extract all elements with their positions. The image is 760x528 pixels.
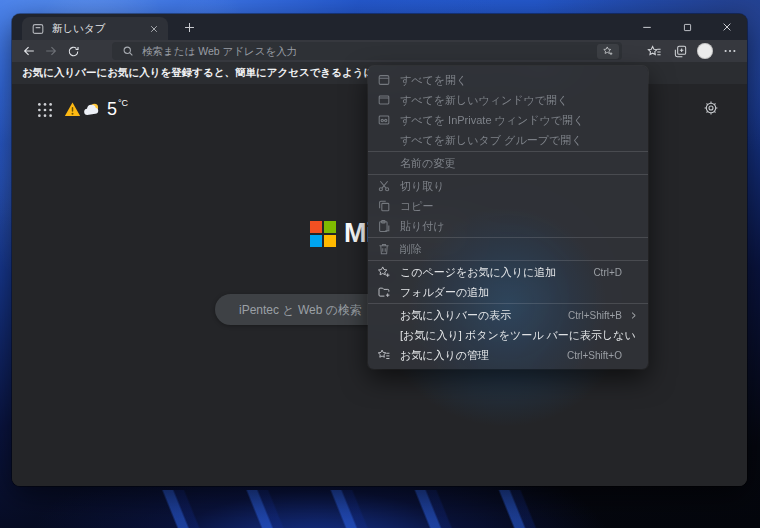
menu-separator bbox=[368, 303, 648, 304]
weather-widget[interactable]: 5°C bbox=[64, 98, 128, 120]
menu-item-rename: 名前の変更 bbox=[368, 153, 648, 173]
menu-item-label: 削除 bbox=[400, 242, 422, 257]
menu-item-label: コピー bbox=[400, 199, 434, 214]
tab-strip: 新しいタブ bbox=[12, 14, 747, 40]
profile-avatar[interactable] bbox=[697, 43, 713, 59]
submenu-chevron-icon bbox=[622, 311, 638, 320]
menu-item-show-favorites-bar[interactable]: お気に入りバーの表示Ctrl+Shift+B bbox=[368, 305, 648, 325]
menu-item-label: [お気に入り] ボタンをツール バーに表示しない bbox=[400, 328, 636, 343]
add-favorite-star-icon[interactable] bbox=[597, 44, 619, 59]
tab-icon bbox=[368, 73, 400, 87]
menu-item-label: 切り取り bbox=[400, 179, 445, 194]
favorites-context-menu: すべてを開くすべてを新しいウィンドウで開くすべてを InPrivate ウィンド… bbox=[368, 66, 648, 369]
paste-icon bbox=[368, 219, 400, 233]
menu-separator bbox=[368, 260, 648, 261]
menu-item-open-all-inprivate: すべてを InPrivate ウィンドウで開く bbox=[368, 110, 648, 130]
favorites-hub-icon[interactable] bbox=[645, 42, 663, 60]
search-icon bbox=[122, 45, 134, 57]
window-icon bbox=[368, 93, 400, 107]
tab-close-icon[interactable] bbox=[146, 21, 162, 37]
back-button[interactable] bbox=[18, 42, 40, 60]
refresh-button[interactable] bbox=[62, 42, 84, 60]
menu-item-label: すべてを新しいタブ グループで開く bbox=[400, 133, 582, 148]
address-bar[interactable] bbox=[112, 42, 622, 60]
collections-icon[interactable] bbox=[671, 42, 689, 60]
menu-item-shortcut: Ctrl+Shift+B bbox=[568, 310, 622, 321]
menu-item-copy: コピー bbox=[368, 196, 648, 216]
tab-title: 新しいタブ bbox=[52, 22, 146, 36]
ms-logo-yellow bbox=[324, 235, 336, 247]
menu-item-label: すべてを InPrivate ウィンドウで開く bbox=[400, 113, 584, 128]
maximize-button[interactable] bbox=[667, 14, 707, 40]
settings-more-icon[interactable] bbox=[721, 42, 739, 60]
address-input[interactable] bbox=[142, 45, 597, 57]
star-add-icon bbox=[368, 265, 400, 279]
tab-new-tab[interactable]: 新しいタブ bbox=[22, 17, 168, 40]
browser-toolbar bbox=[12, 40, 747, 62]
window-controls bbox=[627, 14, 747, 40]
toolbar-right-icons bbox=[645, 40, 739, 62]
menu-item-shortcut: Ctrl+Shift+O bbox=[567, 350, 622, 361]
menu-item-manage-favorites[interactable]: お気に入りの管理Ctrl+Shift+O bbox=[368, 345, 648, 365]
minimize-button[interactable] bbox=[627, 14, 667, 40]
menu-item-label: フォルダーの追加 bbox=[400, 285, 489, 300]
menu-item-delete: 削除 bbox=[368, 239, 648, 259]
menu-item-hide-favorites-button[interactable]: [お気に入り] ボタンをツール バーに表示しない bbox=[368, 325, 648, 345]
menu-item-open-all: すべてを開く bbox=[368, 70, 648, 90]
forward-button[interactable] bbox=[40, 42, 62, 60]
favorites-notice-text: お気に入りバーにお気に入りを登録すると、簡単にアクセスできるようになります。 bbox=[22, 66, 428, 80]
desktop-wallpaper: 新しいタブ bbox=[0, 0, 760, 528]
star-manage-icon bbox=[368, 348, 400, 362]
weather-warning-icon bbox=[64, 101, 81, 118]
menu-separator bbox=[368, 237, 648, 238]
temperature-value: 5°C bbox=[107, 98, 128, 120]
menu-item-label: このページをお気に入りに追加 bbox=[400, 265, 556, 280]
cut-icon bbox=[368, 179, 400, 193]
menu-separator bbox=[368, 174, 648, 175]
menu-item-label: 貼り付け bbox=[400, 219, 445, 234]
menu-item-label: 名前の変更 bbox=[400, 156, 455, 171]
app-launcher-icon[interactable] bbox=[36, 101, 54, 119]
menu-separator bbox=[368, 151, 648, 152]
microsoft-logo-icon bbox=[310, 221, 336, 247]
close-window-button[interactable] bbox=[707, 14, 747, 40]
temperature-unit: °C bbox=[118, 98, 128, 108]
menu-item-add-folder[interactable]: フォルダーの追加 bbox=[368, 282, 648, 302]
edge-browser-window: 新しいタブ bbox=[12, 14, 747, 486]
new-tab-button[interactable] bbox=[176, 18, 202, 37]
menu-item-paste: 貼り付け bbox=[368, 216, 648, 236]
copy-icon bbox=[368, 199, 400, 213]
ms-logo-red bbox=[310, 221, 322, 233]
menu-item-label: すべてを新しいウィンドウで開く bbox=[400, 93, 568, 108]
menu-item-open-all-new-window: すべてを新しいウィンドウで開く bbox=[368, 90, 648, 110]
tab-favicon-icon bbox=[31, 22, 45, 36]
partly-cloudy-icon bbox=[83, 101, 100, 118]
page-settings-gear-icon[interactable] bbox=[703, 100, 719, 116]
menu-item-shortcut: Ctrl+D bbox=[593, 267, 622, 278]
menu-item-label: お気に入りの管理 bbox=[400, 348, 489, 363]
inprivate-icon bbox=[368, 113, 400, 127]
folder-add-icon bbox=[368, 285, 400, 299]
menu-item-open-all-tab-group: すべてを新しいタブ グループで開く bbox=[368, 130, 648, 150]
menu-item-cut: 切り取り bbox=[368, 176, 648, 196]
menu-item-add-page-to-favorites[interactable]: このページをお気に入りに追加Ctrl+D bbox=[368, 262, 648, 282]
menu-item-label: お気に入りバーの表示 bbox=[400, 308, 511, 323]
ms-logo-blue bbox=[310, 235, 322, 247]
trash-icon bbox=[368, 242, 400, 256]
ms-logo-green bbox=[324, 221, 336, 233]
menu-item-label: すべてを開く bbox=[400, 73, 467, 88]
